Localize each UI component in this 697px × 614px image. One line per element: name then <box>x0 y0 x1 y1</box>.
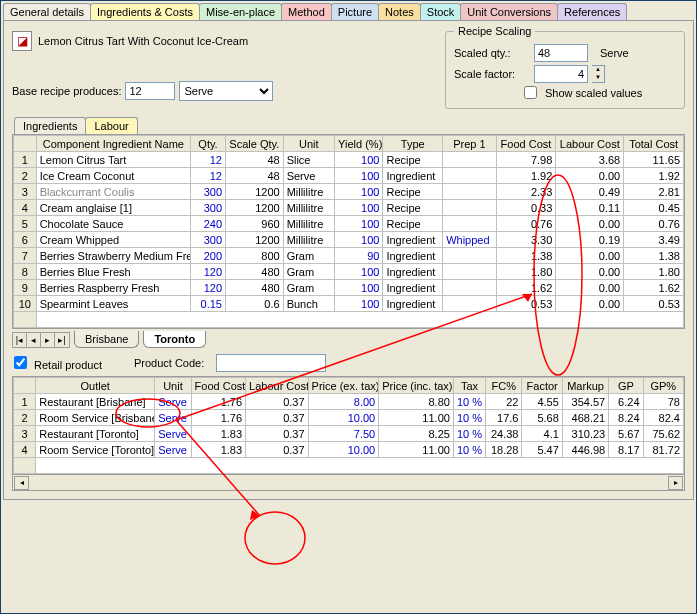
table-row[interactable]: 2Room Service [Brisbane]Serve1.760.3710.… <box>14 410 684 426</box>
subtab-labour[interactable]: Labour <box>85 117 137 134</box>
show-scaled-label: Show scaled values <box>545 87 642 99</box>
tab-notes[interactable]: Notes <box>378 3 421 20</box>
main-tab-bar: General details Ingredients & Costs Mise… <box>1 1 696 20</box>
tab-picture[interactable]: Picture <box>331 3 379 20</box>
column-header[interactable]: FC% <box>486 378 522 394</box>
recipe-scaling-group: Recipe Scaling Scaled qty.: Serve Scale … <box>445 25 685 109</box>
column-header[interactable] <box>14 136 37 152</box>
outlets-hscroll[interactable]: ◂ ▸ <box>12 475 685 491</box>
table-row[interactable]: 3Restaurant [Toronto]Serve1.830.377.508.… <box>14 426 684 442</box>
ingredients-grid[interactable]: Component Ingredient NameQty.Scale Qty.U… <box>12 134 685 329</box>
location-sheet-tabs: |◂ ◂ ▸ ▸| Brisbane Toronto <box>12 331 685 348</box>
column-header[interactable]: Price (inc. tax) <box>379 378 454 394</box>
column-header[interactable]: Unit <box>283 136 334 152</box>
column-header[interactable]: Unit <box>155 378 191 394</box>
sheet-nav-prev-icon[interactable]: ◂ <box>27 333 41 347</box>
scale-factor-input[interactable] <box>534 65 588 83</box>
recipe-icon: ◪ <box>12 31 32 51</box>
product-code-input[interactable] <box>216 354 326 372</box>
column-header[interactable]: Total Cost <box>624 136 684 152</box>
column-header[interactable]: Type <box>383 136 443 152</box>
scaled-unit: Serve <box>600 47 629 59</box>
column-header[interactable]: Outlet <box>36 378 155 394</box>
sheet-nav[interactable]: |◂ ◂ ▸ ▸| <box>12 332 70 348</box>
column-header[interactable]: Component Ingredient Name <box>36 136 190 152</box>
tab-references[interactable]: References <box>557 3 627 20</box>
scroll-right-icon[interactable]: ▸ <box>668 476 683 490</box>
scaling-legend: Recipe Scaling <box>454 25 535 37</box>
column-header[interactable]: Food Cost <box>191 378 245 394</box>
scale-factor-spinner[interactable]: ▲▼ <box>592 65 605 83</box>
column-header[interactable]: Price (ex. tax) <box>308 378 379 394</box>
column-header[interactable]: GP% <box>643 378 683 394</box>
subtab-ingredients[interactable]: Ingredients <box>14 117 86 134</box>
sheet-tab-toronto[interactable]: Toronto <box>143 331 206 348</box>
table-row[interactable]: 7Berries Strawberry Medium Fre200800Gram… <box>14 248 684 264</box>
column-header[interactable]: Labour Cost <box>556 136 624 152</box>
column-header[interactable]: Scale Qty. <box>226 136 284 152</box>
column-header[interactable]: Prep 1 <box>443 136 497 152</box>
tab-stock[interactable]: Stock <box>420 3 462 20</box>
table-row[interactable]: 4Cream anglaise [1]3001200Millilitre100R… <box>14 200 684 216</box>
column-header[interactable]: GP <box>609 378 643 394</box>
tab-mise-en-place[interactable]: Mise-en-place <box>199 3 282 20</box>
scroll-left-icon[interactable]: ◂ <box>14 476 29 490</box>
svg-point-2 <box>245 512 305 564</box>
retail-product-check[interactable]: Retail product <box>14 356 102 371</box>
ingredients-subtabs: Ingredients Labour <box>14 117 687 134</box>
tab-general-details[interactable]: General details <box>3 3 91 20</box>
base-recipe-qty[interactable] <box>125 82 175 100</box>
table-row[interactable]: 10Spearmint Leaves0.150.6Bunch100Ingredi… <box>14 296 684 312</box>
column-header[interactable]: Factor <box>522 378 562 394</box>
scaled-qty-label: Scaled qty.: <box>454 47 530 59</box>
column-header[interactable]: Labour Cost <box>246 378 309 394</box>
table-row[interactable]: 8Berries Blue Fresh120480Gram100Ingredie… <box>14 264 684 280</box>
sheet-tab-brisbane[interactable]: Brisbane <box>74 331 139 348</box>
scaled-qty-input[interactable] <box>534 44 588 62</box>
base-recipe-unit[interactable]: Serve <box>179 81 273 101</box>
ingredients-costs-panel: ◪ Lemon Citrus Tart With Coconut Ice-Cre… <box>3 20 694 500</box>
tab-unit-conversions[interactable]: Unit Conversions <box>460 3 558 20</box>
svg-marker-6 <box>250 510 260 520</box>
sheet-nav-last-icon[interactable]: ▸| <box>55 333 69 347</box>
table-row[interactable]: 3Blackcurrant Coulis3001200Millilitre100… <box>14 184 684 200</box>
sheet-nav-first-icon[interactable]: |◂ <box>13 333 27 347</box>
column-header[interactable]: Food Cost <box>496 136 556 152</box>
retail-product-label: Retail product <box>34 359 102 371</box>
sheet-nav-next-icon[interactable]: ▸ <box>41 333 55 347</box>
outlets-grid[interactable]: OutletUnitFood CostLabour CostPrice (ex.… <box>12 376 685 475</box>
table-row[interactable]: 1Lemon Citrus Tart1248Slice100Recipe7.98… <box>14 152 684 168</box>
scale-factor-label: Scale factor: <box>454 68 530 80</box>
column-header[interactable] <box>14 378 36 394</box>
table-row[interactable]: 9Berries Raspberry Fresh120480Gram100Ing… <box>14 280 684 296</box>
spinner-down-icon[interactable]: ▼ <box>592 74 604 82</box>
table-row[interactable]: 1Restaurant [Brisbane]Serve1.760.378.008… <box>14 394 684 410</box>
column-header[interactable]: Qty. <box>191 136 226 152</box>
column-header[interactable]: Markup <box>562 378 608 394</box>
base-recipe-label: Base recipe produces: <box>12 85 121 97</box>
spinner-up-icon[interactable]: ▲ <box>592 66 604 74</box>
product-code-label: Product Code: <box>134 357 204 369</box>
show-scaled-checkbox[interactable] <box>524 86 537 99</box>
table-row[interactable]: 4Room Service [Toronto]Serve1.830.3710.0… <box>14 442 684 458</box>
column-header[interactable]: Yield (%) <box>335 136 383 152</box>
retail-product-checkbox[interactable] <box>14 356 27 369</box>
tab-ingredients-costs[interactable]: Ingredients & Costs <box>90 3 200 20</box>
table-row[interactable]: 2Ice Cream Coconut1248Serve100Ingredient… <box>14 168 684 184</box>
column-header[interactable]: Tax <box>453 378 485 394</box>
tab-method[interactable]: Method <box>281 3 332 20</box>
table-row[interactable]: 6Cream Whipped3001200Millilitre100Ingred… <box>14 232 684 248</box>
recipe-name: Lemon Citrus Tart With Coconut Ice-Cream <box>38 35 248 47</box>
table-row[interactable]: 5Chocolate Sauce240960Millilitre100Recip… <box>14 216 684 232</box>
